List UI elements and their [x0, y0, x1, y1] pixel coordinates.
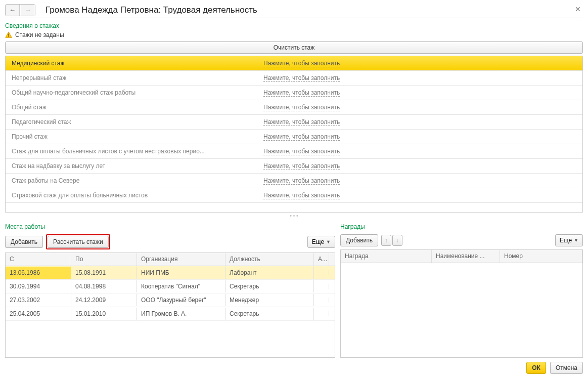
chevron-down-icon: ▼ [326, 239, 331, 244]
fill-link[interactable]: Нажмите, чтобы заполнить [263, 104, 340, 111]
fill-link[interactable]: Нажмите, чтобы заполнить [263, 60, 340, 67]
seniority-row[interactable]: Стаж на надбавку за выслугу летНажмите, … [6, 159, 582, 174]
nav-forward-button[interactable]: → [21, 5, 35, 16]
seniority-row[interactable]: Непрерывный стажНажмите, чтобы заполнить [6, 71, 582, 86]
fill-link[interactable]: Нажмите, чтобы заполнить [263, 162, 340, 170]
seniority-row[interactable]: Прочий стажНажмите, чтобы заполнить [6, 130, 582, 144]
awards-pane: Награды Добавить ↑ ↓ Еще ▼ [340, 223, 583, 358]
col-to[interactable]: По [71, 253, 137, 266]
table-row[interactable]: 30.09.199404.08.1998Кооператив "Сигнал"С… [6, 280, 335, 293]
col-number[interactable]: Номер [500, 250, 582, 263]
cell: Лаборант [225, 267, 314, 279]
svg-rect-1 [8, 33, 9, 35]
arrow-down-icon: ↓ [396, 237, 399, 244]
jobs-table-header: С По Организация Должность А... [6, 253, 335, 266]
awards-table-body [341, 263, 582, 357]
awards-add-button[interactable]: Добавить [340, 234, 378, 246]
cell: Кооператив "Сигнал" [137, 280, 225, 292]
cell: 24.12.2009 [71, 294, 137, 306]
titlebar: ← → Громова Надежда Петровна: Трудовая д… [5, 2, 583, 18]
seniority-name: Прочий стаж [6, 133, 253, 140]
cell: НИИ ПМБ [137, 267, 225, 279]
seniority-name: Стаж работы на Севере [6, 177, 253, 184]
jobs-table[interactable]: С По Организация Должность А... 13.06.19… [5, 252, 335, 358]
nav-buttons: ← → [5, 4, 35, 16]
window-title: Громова Надежда Петровна: Трудовая деяте… [46, 5, 257, 15]
jobs-section-label: Места работы [5, 223, 335, 230]
seniority-name: Общий стаж [6, 104, 253, 111]
arrow-up-icon: ↑ [385, 237, 388, 244]
awards-more-button[interactable]: Еще ▼ [555, 234, 583, 246]
seniority-row[interactable]: Общий научно-педагогический стаж работыН… [6, 86, 582, 100]
fill-link[interactable]: Нажмите, чтобы заполнить [263, 74, 340, 82]
col-award[interactable]: Награда [341, 250, 432, 263]
cell: Секретарь [225, 308, 314, 320]
col-award-name[interactable]: Наименование ... [432, 250, 500, 263]
col-a[interactable]: А... [314, 253, 329, 266]
ok-button[interactable]: ОК [526, 362, 546, 374]
cell [314, 298, 329, 303]
cell [314, 284, 329, 289]
seniority-row[interactable]: Стаж для оплаты больничных листов с учет… [6, 144, 582, 159]
close-button[interactable]: ✕ [573, 4, 583, 14]
seniority-row[interactable]: Стаж работы на СевереНажмите, чтобы запо… [6, 174, 582, 188]
fill-link[interactable]: Нажмите, чтобы заполнить [263, 192, 340, 199]
fill-link[interactable]: Нажмите, чтобы заполнить [263, 118, 340, 126]
jobs-more-button[interactable]: Еще ▼ [307, 236, 335, 248]
warning-text: Стажи не заданы [15, 31, 64, 38]
cell: 13.06.1986 [6, 267, 71, 279]
cell [314, 311, 329, 316]
nav-back-button[interactable]: ← [6, 5, 20, 16]
more-label: Еще [560, 237, 572, 244]
fill-link[interactable]: Нажмите, чтобы заполнить [263, 177, 340, 185]
move-up-button[interactable]: ↑ [381, 235, 391, 246]
cancel-button[interactable]: Отмена [550, 362, 583, 374]
cell: Менеджер [225, 294, 314, 306]
seniority-row[interactable]: Педагогический стажНажмите, чтобы заполн… [6, 115, 582, 130]
seniority-table: Медицинский стажНажмите, чтобы заполнить… [5, 56, 583, 213]
splitter-horizontal[interactable]: • • • [5, 213, 583, 219]
fill-link[interactable]: Нажмите, чтобы заполнить [263, 89, 340, 97]
table-row[interactable]: 13.06.198615.08.1991НИИ ПМБЛаборант [6, 266, 335, 280]
cell: 15.08.1991 [71, 267, 137, 279]
cell: 04.08.1998 [71, 280, 137, 292]
col-org[interactable]: Организация [137, 253, 225, 266]
jobs-pane: Места работы Добавить Рассчитать стажи Е… [5, 223, 335, 358]
footer: ОК Отмена [5, 358, 583, 374]
move-down-button[interactable]: ↓ [392, 235, 402, 246]
seniority-name: Медицинский стаж [6, 60, 253, 67]
seniority-row[interactable]: Медицинский стажНажмите, чтобы заполнить [6, 56, 582, 71]
awards-section-label: Награды [340, 223, 583, 230]
awards-move-buttons: ↑ ↓ [381, 235, 402, 246]
col-from[interactable]: С [6, 253, 71, 266]
cell: ООО "Лазурный берег" [137, 294, 225, 306]
awards-table[interactable]: Награда Наименование ... Номер [340, 249, 583, 358]
svg-rect-2 [8, 36, 9, 37]
seniority-row[interactable]: Страховой стаж для оплаты больничных лис… [6, 188, 582, 203]
table-row[interactable]: 27.03.200224.12.2009ООО "Лазурный берег"… [6, 293, 335, 307]
cell: Секретарь [225, 280, 314, 292]
recalc-highlight: Рассчитать стажи [46, 234, 110, 249]
fill-link[interactable]: Нажмите, чтобы заполнить [263, 133, 340, 141]
window: ← → Громова Надежда Петровна: Трудовая д… [0, 0, 588, 379]
seniority-name: Страховой стаж для оплаты больничных лис… [6, 192, 253, 199]
arrow-left-icon: ← [9, 6, 16, 14]
awards-toolbar: Добавить ↑ ↓ Еще ▼ [340, 234, 583, 246]
cell: 25.04.2005 [6, 308, 71, 320]
warning-icon [5, 31, 12, 38]
clear-seniority-button[interactable]: Очистить стаж [5, 41, 583, 54]
arrow-right-icon: → [25, 6, 31, 14]
cell: 27.03.2002 [6, 294, 71, 306]
fill-link[interactable]: Нажмите, чтобы заполнить [263, 148, 340, 155]
cell: 30.09.1994 [6, 280, 71, 292]
col-pos[interactable]: Должность [225, 253, 314, 266]
seniority-name: Общий научно-педагогический стаж работы [6, 89, 253, 96]
recalc-seniority-button[interactable]: Рассчитать стажи [48, 236, 109, 248]
jobs-toolbar: Добавить Рассчитать стажи Еще ▼ [5, 234, 335, 249]
table-row[interactable]: 25.04.200515.01.2010ИП Громов В. А.Секре… [6, 307, 335, 321]
seniority-row[interactable]: Общий стажНажмите, чтобы заполнить [6, 100, 582, 115]
jobs-add-button[interactable]: Добавить [5, 236, 43, 248]
seniority-name: Стаж на надбавку за выслугу лет [6, 162, 253, 170]
seniority-warning: Стажи не заданы [5, 31, 583, 38]
seniority-name: Непрерывный стаж [6, 74, 253, 81]
